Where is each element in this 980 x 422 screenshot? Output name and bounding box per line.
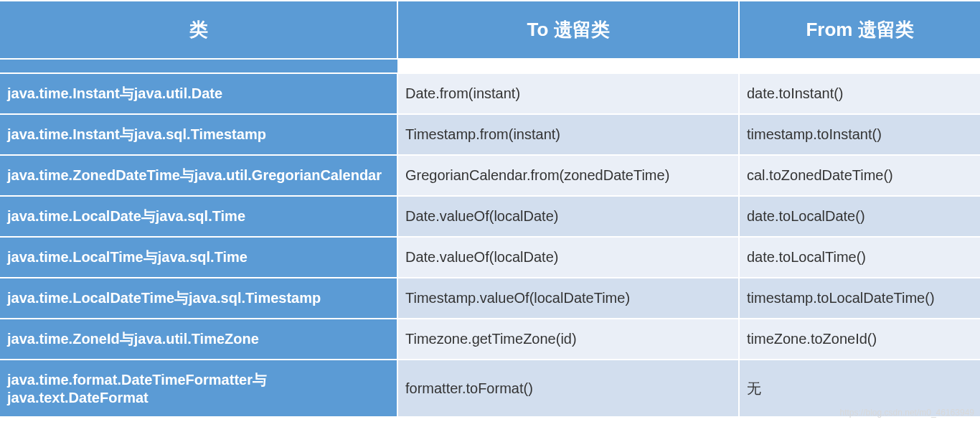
cell-to: Date.from(instant) (397, 73, 739, 114)
cell-to: Date.valueOf(localDate) (397, 237, 739, 278)
table-row: java.time.Instant与java.util.Date Date.fr… (0, 73, 980, 114)
cell-class: java.time.ZonedDateTime与java.util.Gregor… (0, 155, 397, 196)
cell-class: java.time.ZoneId与java.util.TimeZone (0, 319, 397, 360)
table-row: java.time.Instant与java.sql.Timestamp Tim… (0, 114, 980, 155)
header-to: To 遗留类 (397, 1, 739, 59)
cell-from: timeZone.toZoneId() (739, 319, 980, 360)
header-from: From 遗留类 (739, 1, 980, 59)
cell-to: Date.valueOf(localDate) (397, 196, 739, 237)
java-time-legacy-table: 类 To 遗留类 From 遗留类 java.time.Instant与java… (0, 0, 980, 418)
cell-to: GregorianCalendar.from(zonedDateTime) (397, 155, 739, 196)
cell-from: timestamp.toLocalDateTime() (739, 278, 980, 319)
cell-from: date.toInstant() (739, 73, 980, 114)
cell-from: timestamp.toInstant() (739, 114, 980, 155)
cell-from: date.toLocalTime() (739, 237, 980, 278)
cell-to: Timestamp.valueOf(localDateTime) (397, 278, 739, 319)
spacer-row (0, 59, 980, 73)
cell-class: java.time.format.DateTimeFormatter与java.… (0, 360, 397, 417)
cell-class: java.time.LocalTime与java.sql.Time (0, 237, 397, 278)
table-row: java.time.ZonedDateTime与java.util.Gregor… (0, 155, 980, 196)
cell-from: cal.toZonedDateTime() (739, 155, 980, 196)
header-class: 类 (0, 1, 397, 59)
cell-class: java.time.LocalDateTime与java.sql.Timesta… (0, 278, 397, 319)
table-header-row: 类 To 遗留类 From 遗留类 (0, 1, 980, 59)
watermark-text: https://blog.csdn.net/m0_46163949 (840, 408, 974, 418)
table-row: java.time.LocalTime与java.sql.Time Date.v… (0, 237, 980, 278)
cell-from: date.toLocalDate() (739, 196, 980, 237)
cell-to: Timestamp.from(instant) (397, 114, 739, 155)
cell-class: java.time.Instant与java.sql.Timestamp (0, 114, 397, 155)
table-row: java.time.LocalDate与java.sql.Time Date.v… (0, 196, 980, 237)
table-row: java.time.format.DateTimeFormatter与java.… (0, 360, 980, 417)
cell-class: java.time.LocalDate与java.sql.Time (0, 196, 397, 237)
cell-to: Timezone.getTimeZone(id) (397, 319, 739, 360)
table-row: java.time.LocalDateTime与java.sql.Timesta… (0, 278, 980, 319)
table-row: java.time.ZoneId与java.util.TimeZone Time… (0, 319, 980, 360)
cell-class: java.time.Instant与java.util.Date (0, 73, 397, 114)
cell-to: formatter.toFormat() (397, 360, 739, 417)
